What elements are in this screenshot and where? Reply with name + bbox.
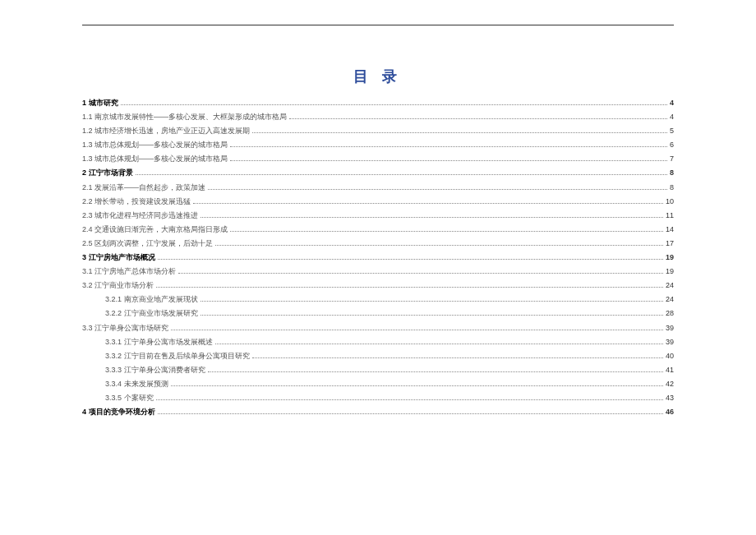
toc-leader-dots	[252, 132, 667, 133]
toc-leader-dots	[215, 344, 663, 344]
toc-title: 目 录	[82, 67, 674, 86]
toc-entry: 2.3 城市化进程与经济同步迅速推进11	[82, 209, 674, 223]
toc-entry-label: 3.3.4 未来发展预测	[105, 377, 168, 391]
toc-leader-dots	[230, 146, 667, 147]
toc-entry-label: 3.1 江宁房地产总体市场分析	[82, 265, 176, 279]
toc-entry-label: 3.2 江宁商业市场分析	[82, 279, 154, 293]
toc-entry-page: 46	[666, 405, 674, 419]
toc-entry-page: 7	[670, 152, 674, 166]
toc-entry-page: 17	[666, 237, 674, 251]
toc-entry: 3.3.4 未来发展预测42	[82, 377, 674, 391]
toc-entry-label: 1.1 南京城市发展特性——多核心发展、大框架形成的城市格局	[82, 110, 287, 124]
toc-entry: 2.4 交通设施日渐完善，大南京格局指日形成14	[82, 223, 674, 237]
toc-leader-dots	[171, 385, 663, 386]
toc-leader-dots	[158, 259, 663, 260]
toc-entry-label: 3.2.2 江宁商业市场发展研究	[105, 307, 198, 321]
toc-entry-page: 43	[666, 391, 674, 405]
toc-entry: 2.2 增长带动，投资建设发展迅猛10	[82, 195, 674, 209]
toc-leader-dots	[208, 189, 667, 190]
toc-entry-label: 3.3 江宁单身公寓市场研究	[82, 321, 168, 335]
toc-leader-dots	[171, 330, 663, 330]
toc-leader-dots	[136, 174, 667, 175]
toc-leader-dots	[201, 217, 663, 218]
toc-entry-label: 2.1 发展沿革——自然起步，政策加速	[82, 181, 205, 195]
toc-entry-page: 10	[666, 195, 674, 209]
toc-entry-page: 24	[666, 279, 674, 293]
toc-entry-label: 3.3.2 江宁目前在售及后续单身公寓项目研究	[105, 349, 250, 363]
toc-entry: 3.3.1 江宁单身公寓市场发展概述39	[82, 335, 674, 349]
toc-entry-page: 19	[666, 265, 674, 279]
toc-entry: 3.3 江宁单身公寓市场研究39	[82, 321, 674, 335]
toc-leader-dots	[252, 357, 663, 358]
toc-entry: 3.2 江宁商业市场分析24	[82, 279, 674, 293]
toc-entry-page: 11	[666, 209, 674, 223]
toc-entry: 3.2.1 南京商业地产发展现状24	[82, 293, 674, 307]
toc-leader-dots	[156, 287, 663, 288]
toc-entry: 3.3.5 个案研究43	[82, 391, 674, 405]
toc-entry: 3.1 江宁房地产总体市场分析19	[82, 265, 674, 279]
toc-entry-page: 39	[666, 321, 674, 335]
toc-entry: 3.3.2 江宁目前在售及后续单身公寓项目研究40	[82, 349, 674, 363]
toc-entry: 2 江宁市场背景8	[82, 166, 674, 180]
toc-entry: 1.2 城市经济增长迅速，房地产业正迈入高速发展期5	[82, 124, 674, 138]
toc-entry-page: 5	[670, 124, 674, 138]
toc-leader-dots	[193, 203, 663, 204]
toc-entry-page: 41	[666, 363, 674, 377]
toc-entry-label: 3.3.1 江宁单身公寓市场发展概述	[105, 335, 213, 349]
toc-leader-dots	[208, 371, 663, 372]
toc-entry-page: 42	[666, 377, 674, 391]
toc-entry-page: 40	[666, 349, 674, 363]
toc-entry: 3.2.2 江宁商业市场发展研究28	[82, 307, 674, 321]
toc-entry-page: 14	[666, 223, 674, 237]
toc-leader-dots	[289, 118, 667, 119]
toc-entry-label: 2.3 城市化进程与经济同步迅速推进	[82, 209, 198, 223]
toc-entry-label: 1.3 城市总体规划——多核心发展的城市格局	[82, 138, 228, 152]
toc-leader-dots	[201, 315, 663, 316]
toc-entry-label: 3.3.5 个案研究	[105, 391, 154, 405]
toc-entry: 1.3 城市总体规划——多核心发展的城市格局7	[82, 152, 674, 166]
toc-entry: 1.3 城市总体规划——多核心发展的城市格局6	[82, 138, 674, 152]
toc-entry-label: 2 江宁市场背景	[82, 166, 133, 180]
table-of-contents: 1 城市研究41.1 南京城市发展特性——多核心发展、大框架形成的城市格局41.…	[82, 96, 674, 419]
toc-entry-label: 2.5 区划两次调整，江宁发展，后劲十足	[82, 237, 213, 251]
toc-entry-label: 1 城市研究	[82, 96, 118, 110]
toc-entry: 1.1 南京城市发展特性——多核心发展、大框架形成的城市格局4	[82, 110, 674, 124]
toc-entry-page: 6	[670, 138, 674, 152]
toc-entry: 3 江宁房地产市场概况19	[82, 251, 674, 265]
toc-entry-label: 3.2.1 南京商业地产发展现状	[105, 293, 198, 307]
toc-entry-label: 2.4 交通设施日渐完善，大南京格局指日形成	[82, 223, 228, 237]
header-divider	[82, 25, 674, 25]
toc-entry-page: 8	[670, 181, 674, 195]
toc-leader-dots	[121, 104, 667, 105]
toc-entry-page: 39	[666, 335, 674, 349]
toc-entry-page: 19	[666, 251, 674, 265]
toc-entry-page: 28	[666, 307, 674, 321]
toc-entry-page: 8	[670, 166, 674, 180]
toc-entry-label: 1.2 城市经济增长迅速，房地产业正迈入高速发展期	[82, 124, 250, 138]
toc-entry: 2.1 发展沿革——自然起步，政策加速8	[82, 181, 674, 195]
toc-leader-dots	[215, 245, 663, 246]
toc-entry-page: 4	[670, 110, 674, 124]
toc-leader-dots	[201, 301, 663, 302]
toc-entry: 4 项目的竞争环境分析46	[82, 405, 674, 419]
toc-leader-dots	[178, 273, 663, 274]
toc-entry-page: 24	[666, 293, 674, 307]
toc-entry-label: 3.3.3 江宁单身公寓消费者研究	[105, 363, 205, 377]
toc-entry: 2.5 区划两次调整，江宁发展，后劲十足17	[82, 237, 674, 251]
toc-leader-dots	[156, 399, 663, 400]
toc-entry-label: 3 江宁房地产市场概况	[82, 251, 155, 265]
toc-entry-label: 2.2 增长带动，投资建设发展迅猛	[82, 195, 191, 209]
toc-leader-dots	[158, 413, 663, 414]
toc-leader-dots	[230, 231, 663, 232]
toc-entry: 1 城市研究4	[82, 96, 674, 110]
toc-leader-dots	[230, 160, 667, 161]
toc-entry-label: 1.3 城市总体规划——多核心发展的城市格局	[82, 152, 228, 166]
toc-entry: 3.3.3 江宁单身公寓消费者研究41	[82, 363, 674, 377]
toc-entry-label: 4 项目的竞争环境分析	[82, 405, 155, 419]
toc-entry-page: 4	[670, 96, 674, 110]
